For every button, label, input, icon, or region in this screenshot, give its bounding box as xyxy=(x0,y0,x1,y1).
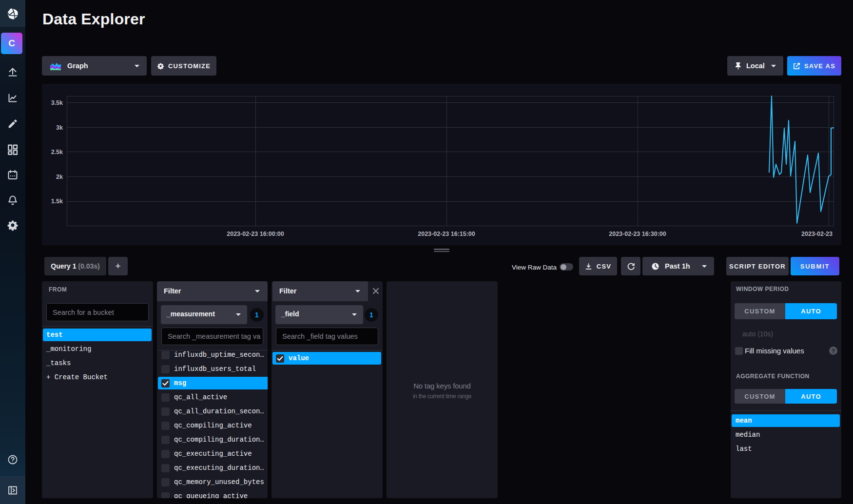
svg-text:2023-02-23: 2023-02-23 xyxy=(801,231,833,237)
svg-text:2023-02-23 16:00:00: 2023-02-23 16:00:00 xyxy=(227,231,284,237)
svg-text:2k: 2k xyxy=(56,174,63,180)
svg-text:1.5k: 1.5k xyxy=(51,198,63,205)
svg-text:2023-02-23 16:15:00: 2023-02-23 16:15:00 xyxy=(418,231,475,237)
svg-text:2.5k: 2.5k xyxy=(51,149,63,155)
svg-text:3.5k: 3.5k xyxy=(51,99,63,106)
svg-text:2023-02-23 16:30:00: 2023-02-23 16:30:00 xyxy=(609,231,666,237)
svg-text:3k: 3k xyxy=(56,124,63,131)
